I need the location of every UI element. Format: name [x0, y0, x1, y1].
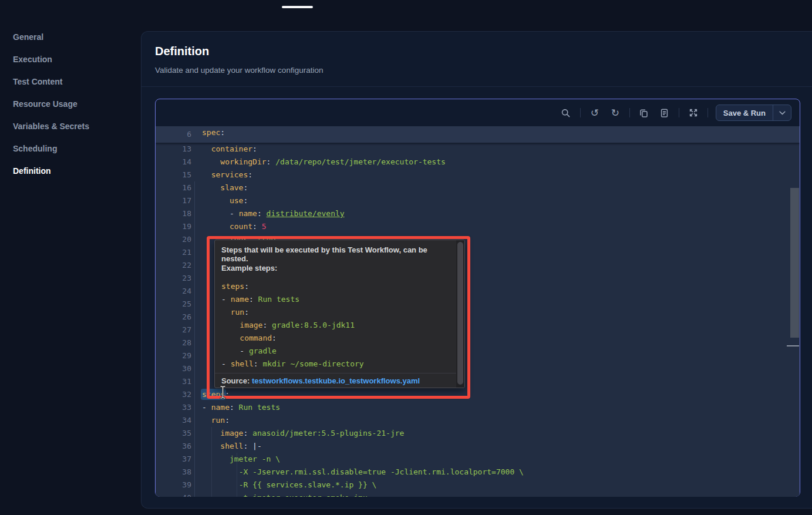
tooltip-source-row: Source: testworkflows.testkube.io_testwo…	[215, 373, 456, 388]
source-label: Source:	[221, 376, 250, 385]
tooltip-scrollbar-thumb[interactable]	[457, 242, 463, 385]
scrollbar-marker	[787, 345, 799, 346]
save-and-run-label: Save & Run	[716, 109, 773, 117]
tooltip-scrollbar[interactable]	[456, 240, 464, 388]
code-line[interactable]: 38 -X -Jserver.rmi.ssl.disable=true -Jcl…	[156, 466, 800, 479]
line-number[interactable]: 31	[156, 375, 191, 388]
scrollbar-thumb[interactable]	[790, 188, 799, 338]
line-number[interactable]: 27	[156, 324, 191, 336]
line-number[interactable]: 34	[156, 414, 191, 427]
indent-guide	[237, 453, 237, 497]
tooltip-code-line: run:	[221, 306, 364, 319]
line-number[interactable]: 28	[156, 336, 191, 349]
tooltip-code-line: image: gradle:8.5.0-jdk11	[221, 319, 364, 332]
line-number[interactable]: 19	[156, 220, 191, 233]
code-line[interactable]: 18 - name: distribute/evenly	[156, 207, 800, 220]
code-text: image: anasoid/jmeter:5.5-plugins-21-jre	[191, 427, 404, 440]
sidebar-item-scheduling[interactable]: Scheduling	[0, 137, 141, 160]
code-line[interactable]: 37 jmeter -n \	[156, 453, 800, 466]
search-icon[interactable]	[560, 106, 572, 119]
code-line[interactable]: 17 use:	[156, 194, 800, 207]
page-subtitle: Validate and update your workflow config…	[155, 66, 323, 75]
code-line[interactable]: 16 slave:	[156, 181, 800, 194]
code-text	[191, 324, 202, 336]
code-text	[191, 285, 202, 298]
line-number[interactable]: 37	[156, 453, 191, 466]
code-line[interactable]: 40 -t jmeter-executor-smoke.jmx	[156, 492, 800, 497]
line-number[interactable]: 36	[156, 440, 191, 453]
sidebar-item-definition[interactable]: Definition	[0, 160, 141, 182]
code-text: workingDir: /data/repo/test/jmeter/execu…	[191, 156, 446, 169]
code-text: services:	[191, 169, 252, 181]
line-number[interactable]: 17	[156, 194, 191, 207]
line-number[interactable]: 23	[156, 272, 191, 285]
line-number[interactable]: 18	[156, 207, 191, 220]
line-number[interactable]: 24	[156, 285, 191, 298]
sidebar-item-resource-usage[interactable]: Resource Usage	[0, 93, 141, 115]
code-text: spec:	[191, 126, 225, 139]
code-text	[191, 246, 202, 259]
redo-icon[interactable]: ↻	[609, 106, 622, 119]
sidebar-item-variables-secrets[interactable]: Variables & Secrets	[0, 115, 141, 137]
line-number[interactable]: 26	[156, 311, 191, 324]
line-number[interactable]: 16	[156, 181, 191, 194]
code-text: container:	[191, 143, 257, 156]
line-number[interactable]: 22	[156, 259, 191, 272]
save-and-run-button[interactable]: Save & Run	[716, 105, 791, 121]
code-line[interactable]: 35 image: anasoid/jmeter:5.5-plugins-21-…	[156, 427, 800, 440]
code-text	[191, 298, 202, 311]
line-number[interactable]: 38	[156, 466, 191, 479]
code-line[interactable]: 15 services:	[156, 169, 800, 181]
line-number[interactable]: 25	[156, 298, 191, 311]
line-number[interactable]: 6	[156, 126, 191, 139]
toolbar-divider	[679, 108, 679, 117]
line-number[interactable]: 29	[156, 349, 191, 362]
code-line[interactable]: 13 container:	[156, 143, 800, 156]
code-text: run:	[191, 414, 230, 427]
code-text	[191, 259, 202, 272]
code-line[interactable]: 33- name: Run tests	[156, 401, 800, 414]
editor-toolbar: ↺ ↻ Save & Run	[156, 99, 800, 126]
code-text	[191, 311, 202, 324]
line-number[interactable]: 39	[156, 479, 191, 492]
line-number[interactable]: 14	[156, 156, 191, 169]
source-link[interactable]: testworkflows.testkube.io_testworkflows.…	[252, 376, 420, 385]
hover-tooltip: Steps that will be executed by this Test…	[214, 240, 465, 388]
chevron-down-icon[interactable]	[773, 111, 791, 115]
sticky-line[interactable]: 6spec:	[156, 126, 800, 143]
line-number[interactable]: 15	[156, 169, 191, 181]
code-text: -R {{ services.slave.*.ip }} \	[191, 479, 376, 492]
line-number[interactable]: 33	[156, 401, 191, 414]
tooltip-description: Steps that will be executed by this Test…	[221, 245, 454, 263]
code-line[interactable]: 32steps:	[156, 388, 800, 401]
code-text: - name: distribute/evenly	[191, 207, 345, 220]
code-line[interactable]: 19 count: 5	[156, 220, 800, 233]
sidebar-item-execution[interactable]: Execution	[0, 48, 141, 70]
sidebar-item-test-content[interactable]: Test Content	[0, 70, 141, 93]
paste-document-icon[interactable]	[658, 106, 671, 119]
sidebar-item-general[interactable]: General	[0, 26, 141, 48]
line-number[interactable]: 20	[156, 233, 191, 246]
code-line[interactable]: 34 run:	[156, 414, 800, 427]
code-text: shell: |-	[191, 440, 262, 453]
code-line[interactable]: 39 -R {{ services.slave.*.ip }} \	[156, 479, 800, 492]
editor-scrollbar[interactable]	[789, 126, 800, 497]
line-number[interactable]: 32	[156, 388, 191, 401]
panel-header: Definition Validate and update your work…	[155, 45, 323, 75]
expand-icon[interactable]	[687, 106, 700, 119]
line-number[interactable]: 13	[156, 143, 191, 156]
undo-icon[interactable]: ↺	[588, 106, 601, 119]
line-number[interactable]: 30	[156, 362, 191, 375]
line-number[interactable]: 35	[156, 427, 191, 440]
toolbar-divider	[707, 108, 708, 117]
copy-icon[interactable]	[638, 106, 651, 119]
code-text: - name: Run tests	[191, 401, 280, 414]
code-text: slave:	[191, 181, 248, 194]
code-line[interactable]: 6spec:	[156, 126, 225, 139]
tooltip-code-line: steps:	[221, 280, 364, 293]
code-line[interactable]: 14 workingDir: /data/repo/test/jmeter/ex…	[156, 156, 800, 169]
line-number[interactable]: 40	[156, 492, 191, 497]
code-line[interactable]: 36 shell: |-	[156, 440, 800, 453]
toolbar-divider	[580, 108, 581, 117]
line-number[interactable]: 21	[156, 246, 191, 259]
